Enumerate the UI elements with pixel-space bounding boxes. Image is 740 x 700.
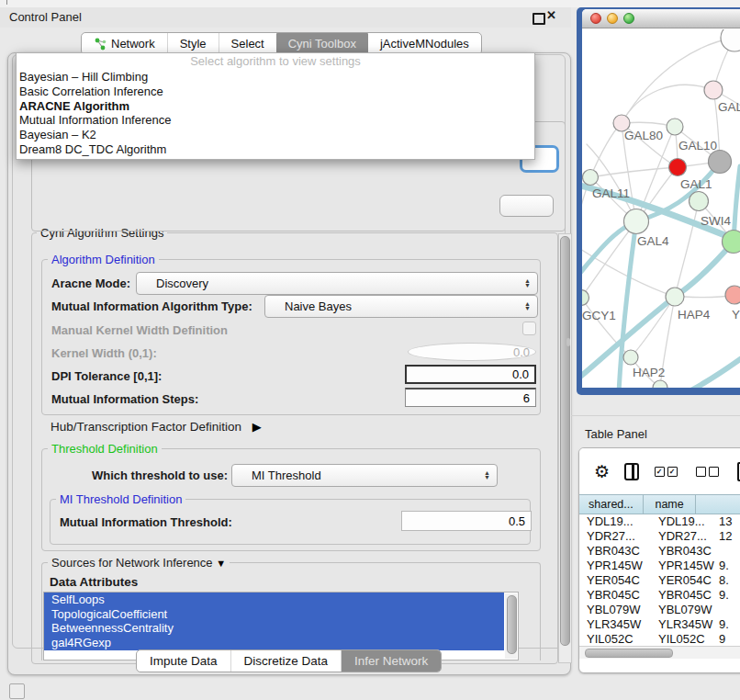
- table-cell: YBR045C: [658, 588, 712, 603]
- dropdown-item-bayesian-k2[interactable]: Bayesian – K2: [17, 128, 534, 142]
- table-panel-divider: [571, 415, 740, 416]
- tab-network[interactable]: Network: [82, 33, 167, 54]
- top-strip: [0, 0, 740, 7]
- table-scrollbar-thumb[interactable]: [585, 649, 673, 658]
- dropdown-item-basic-correlation-inference[interactable]: Basic Correlation Inference: [17, 85, 534, 99]
- which-threshold-combobox[interactable]: MI Threshold ▲▼: [231, 464, 498, 487]
- aracne-mode-label: Aracne Mode:: [51, 277, 130, 290]
- table-toolbar: ⚙ ✓✓: [579, 448, 740, 494]
- cyni-algorithm-settings-group: Cyni Algorithm Settings Algorithm Defini…: [31, 232, 558, 664]
- tab-infer-network[interactable]: Infer Network: [341, 650, 441, 672]
- list-scrollbar[interactable]: [505, 593, 517, 659]
- stepper-arrows-icon: ▲▼: [524, 279, 531, 288]
- attribute-item-gal4rgexp[interactable]: gal4RGexp: [44, 636, 504, 650]
- network-node[interactable]: [704, 81, 723, 99]
- manual-kernel-checkbox[interactable]: [522, 322, 536, 335]
- collapsed-panel-icon[interactable]: [9, 683, 25, 699]
- table-row[interactable]: YER054CYER054C8.: [579, 573, 740, 588]
- network-view-window: GALGAL80GAL10GAL1GAL11SWI4GAL4GCY1HAP4YH…: [577, 7, 740, 395]
- mi-algorithm-type-combobox[interactable]: Naive Bayes ▲▼: [264, 295, 538, 318]
- table-cell: YIL052C: [658, 632, 705, 646]
- table-row[interactable]: YBR043CYBR043C: [579, 544, 740, 559]
- network-node[interactable]: [624, 209, 649, 234]
- network-node[interactable]: [653, 380, 667, 388]
- network-node[interactable]: [669, 159, 687, 176]
- table-row[interactable]: YBR045CYBR045C9.: [579, 588, 740, 603]
- dropdown-placeholder: Select algorithm to view settings: [17, 53, 534, 70]
- dropdown-item-mutual-information-inference[interactable]: Mutual Information Inference: [17, 113, 534, 128]
- sources-group-title[interactable]: Sources for Network Inference ▼: [48, 556, 230, 570]
- combobox-fragment[interactable]: [499, 195, 554, 217]
- network-window-titlebar[interactable]: [582, 9, 740, 28]
- table-horizontal-scrollbar[interactable]: [579, 646, 740, 659]
- kernel-width-label: Kernel Width (0,1):: [51, 346, 157, 360]
- column-header-clipped[interactable]: [696, 495, 740, 514]
- attribute-item-topologicalcoefficient[interactable]: TopologicalCoefficient: [44, 607, 504, 622]
- dropdown-item-aracne-algorithm[interactable]: ARACNE Algorithm: [17, 99, 534, 114]
- dpi-tolerance-field[interactable]: 0.0: [405, 365, 536, 384]
- node-label-swi4: SWI4: [701, 214, 731, 228]
- splitter-handle[interactable]: [566, 338, 570, 346]
- tab-jactivemnodules[interactable]: jActiveMNodules: [368, 33, 481, 54]
- gear-icon[interactable]: ⚙: [594, 461, 610, 481]
- network-node[interactable]: [667, 119, 683, 135]
- tab-cyni-toolbox[interactable]: Cyni Toolbox: [276, 33, 368, 54]
- table-cell: YBR043C: [658, 544, 712, 559]
- float-window-icon[interactable]: [533, 13, 545, 25]
- minimize-traffic-light-icon[interactable]: [607, 13, 618, 24]
- network-node[interactable]: [666, 288, 684, 306]
- mi-steps-field[interactable]: 6: [405, 388, 536, 407]
- table-panel: ⚙ ✓✓ shared... name YDL19...YDL19...13YD…: [578, 447, 740, 673]
- list-scrollbar-thumb[interactable]: [507, 595, 517, 654]
- unchecked-pair-icon[interactable]: [696, 467, 722, 477]
- hub-factor-section-toggle[interactable]: Hub/Transcription Factor Definition ▶: [50, 420, 262, 434]
- network-node[interactable]: [709, 151, 732, 174]
- column-header-name[interactable]: name: [644, 495, 697, 514]
- group-title: Algorithm Definition: [48, 253, 159, 266]
- checked-pair-icon[interactable]: ✓✓: [655, 467, 680, 477]
- network-node[interactable]: [723, 231, 740, 254]
- table-cell: YDR27...: [658, 529, 707, 544]
- close-traffic-light-icon[interactable]: [590, 13, 601, 24]
- close-icon[interactable]: ✕: [546, 8, 556, 22]
- mi-threshold-field[interactable]: 0.5: [401, 511, 532, 531]
- tab-style[interactable]: Style: [167, 33, 219, 54]
- settings-vertical-scrollbar[interactable]: [558, 233, 572, 663]
- columns-icon[interactable]: [624, 463, 639, 480]
- table-row[interactable]: YBL079WYBL079W: [579, 603, 740, 617]
- group-title: MI Threshold Definition: [56, 492, 185, 506]
- vertical-scrollbar-thumb[interactable]: [560, 236, 570, 646]
- tab-discretize-data[interactable]: Discretize Data: [230, 650, 342, 672]
- zoom-traffic-light-icon[interactable]: [623, 13, 634, 24]
- network-canvas[interactable]: GALGAL80GAL10GAL1GAL11SWI4GAL4GCY1HAP4YH…: [582, 29, 740, 388]
- attribute-item-betweennesscentrality[interactable]: BetweennessCentrality: [44, 621, 504, 636]
- table-body: YDL19...YDL19...13YDR27...YDR27...12YBR0…: [579, 514, 740, 646]
- table-row[interactable]: YIL052CYIL052C9: [579, 632, 740, 646]
- column-header-shared-name[interactable]: shared...: [579, 495, 644, 514]
- dropdown-item-bayesian-hill-climbing[interactable]: Bayesian – Hill Climbing: [17, 70, 534, 85]
- tab-select[interactable]: Select: [219, 33, 276, 54]
- dropdown-item-dream8-dc-tdc-algorithm[interactable]: Dream8 DC_TDC Algorithm: [17, 142, 534, 157]
- table-cell: YLR345W: [587, 617, 641, 632]
- node-label-hap4: HAP4: [678, 308, 711, 322]
- table-row[interactable]: YPR145WYPR145W9.: [579, 559, 740, 573]
- network-node[interactable]: [582, 290, 589, 306]
- table-row[interactable]: YDR27...YDR27...12: [579, 529, 740, 544]
- network-node[interactable]: [721, 29, 740, 51]
- network-node[interactable]: [583, 170, 599, 186]
- manual-kernel-label: Manual Kernel Width Definition: [51, 323, 228, 337]
- aracne-mode-combobox[interactable]: Discovery ▲▼: [136, 272, 538, 295]
- kernel-width-field[interactable]: 0.0: [408, 343, 536, 361]
- table-row[interactable]: YDL19...YDL19...13: [579, 514, 740, 529]
- table-cell: YER054C: [658, 573, 712, 588]
- network-node[interactable]: [623, 350, 638, 365]
- table-row[interactable]: YLR345WYLR345W9.: [579, 617, 740, 632]
- tab-impute-data[interactable]: Impute Data: [137, 650, 230, 672]
- table-cell: YBL079W: [587, 603, 641, 617]
- network-edge: [590, 167, 678, 177]
- network-node[interactable]: [690, 192, 709, 211]
- attribute-item-selfloops[interactable]: SelfLoops: [44, 593, 504, 607]
- network-node[interactable]: [725, 286, 740, 304]
- network-icon: [94, 38, 107, 51]
- node-label-gal10: GAL10: [678, 139, 717, 152]
